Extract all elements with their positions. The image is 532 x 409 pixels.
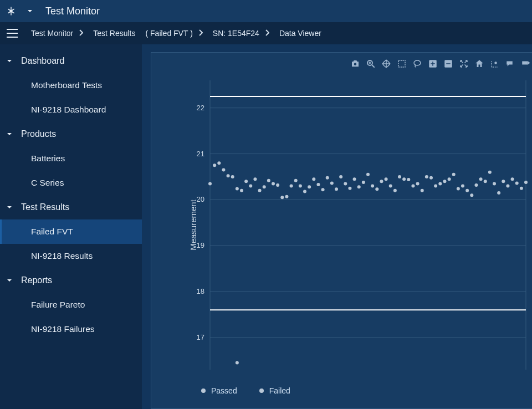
chevron-right-icon: [198, 29, 203, 38]
svg-point-16: [495, 62, 497, 64]
svg-point-75: [398, 175, 401, 178]
legend-label: Passed: [211, 386, 237, 395]
svg-point-58: [321, 188, 325, 191]
legend-item-passed[interactable]: Passed: [201, 386, 237, 395]
svg-point-63: [344, 182, 347, 185]
sidebar-item-failure-pareto[interactable]: Failure Pareto: [0, 293, 142, 317]
svg-point-102: [520, 187, 523, 190]
svg-point-77: [407, 178, 410, 181]
svg-point-91: [470, 193, 473, 197]
svg-point-40: [240, 189, 243, 192]
svg-point-62: [339, 175, 342, 178]
svg-point-73: [389, 185, 392, 188]
svg-point-50: [285, 195, 288, 198]
breadcrumb-bar: Test MonitorTest Results( Failed FVT )SN…: [0, 22, 532, 44]
breadcrumb-item[interactable]: ( Failed FVT ): [146, 29, 193, 38]
svg-point-33: [208, 182, 212, 185]
svg-point-51: [290, 185, 293, 188]
svg-point-53: [299, 185, 302, 188]
svg-point-88: [457, 187, 460, 191]
sidebar-item-ni-9218-results[interactable]: NI-9218 Results: [0, 244, 142, 268]
legend-dot-icon: [259, 388, 264, 393]
sidebar: DashboardMotherboard TestsNI-9218 Dashbo…: [0, 44, 142, 409]
app-icon[interactable]: [4, 4, 18, 18]
svg-point-61: [335, 187, 338, 191]
menu-icon[interactable]: [4, 25, 20, 41]
tag-icon[interactable]: [520, 58, 531, 69]
svg-point-70: [375, 187, 378, 191]
scatter-chart[interactable]: 171819202122: [190, 75, 531, 375]
svg-point-69: [371, 185, 374, 188]
svg-point-67: [362, 181, 365, 184]
svg-point-10: [414, 60, 421, 65]
zoom-icon[interactable]: [365, 58, 376, 69]
autoscale-icon[interactable]: [458, 58, 469, 69]
svg-rect-3: [7, 37, 18, 38]
svg-point-84: [438, 182, 442, 185]
reset-icon[interactable]: [474, 58, 485, 69]
caret-down-icon: [6, 278, 13, 283]
camera-icon[interactable]: [350, 58, 361, 69]
sidebar-item-ni-9218-dashboard[interactable]: NI-9218 Dashboard: [0, 98, 142, 122]
content-area: Measurement 171819202122 Passed Failed: [142, 44, 532, 409]
sidebar-group-label: Products: [21, 129, 56, 139]
sidebar-group-products[interactable]: Products: [0, 122, 142, 146]
svg-point-36: [222, 168, 225, 172]
svg-point-54: [303, 190, 306, 193]
breadcrumb-item[interactable]: Test Monitor: [31, 29, 73, 38]
pan-icon[interactable]: [381, 58, 392, 69]
chevron-right-icon: [79, 29, 83, 38]
svg-rect-1: [7, 29, 18, 30]
sidebar-item-motherboard-tests[interactable]: Motherboard Tests: [0, 73, 142, 98]
svg-point-52: [294, 179, 298, 182]
svg-point-45: [263, 185, 266, 188]
svg-point-103: [524, 181, 528, 184]
svg-rect-2: [7, 33, 18, 34]
chart-panel: Measurement 171819202122 Passed Failed: [151, 52, 532, 409]
sidebar-group-test-results[interactable]: Test Results: [0, 195, 142, 219]
caret-down-icon: [6, 58, 13, 64]
sidebar-item-c-series[interactable]: C Series: [0, 171, 142, 195]
breadcrumb-item[interactable]: Data Viewer: [279, 29, 321, 38]
svg-point-72: [385, 177, 388, 181]
svg-point-93: [479, 177, 483, 181]
zoom-out-icon[interactable]: [443, 58, 454, 69]
hover-icon[interactable]: [505, 58, 516, 69]
breadcrumb-item[interactable]: SN: 1E54F24: [213, 29, 259, 38]
svg-point-71: [380, 180, 383, 183]
svg-point-39: [236, 187, 239, 191]
app-menu-caret-icon[interactable]: [23, 4, 37, 18]
sidebar-group-dashboard[interactable]: Dashboard: [0, 49, 142, 73]
svg-point-87: [452, 173, 456, 176]
svg-point-66: [357, 185, 361, 188]
svg-point-34: [213, 163, 216, 167]
legend-dot-icon: [201, 388, 206, 393]
svg-point-47: [272, 182, 275, 185]
svg-rect-13: [431, 63, 435, 64]
svg-point-4: [354, 63, 357, 66]
svg-text:21: 21: [197, 150, 204, 158]
sidebar-item-failed-fvt[interactable]: Failed FVT: [0, 219, 142, 244]
svg-point-64: [348, 187, 351, 190]
breadcrumb-item[interactable]: Test Results: [93, 29, 135, 38]
lasso-icon[interactable]: [412, 58, 423, 69]
svg-point-60: [330, 182, 334, 185]
legend-item-failed[interactable]: Failed: [259, 386, 290, 395]
svg-point-35: [217, 161, 221, 165]
sidebar-item-batteries[interactable]: Batteries: [0, 146, 142, 171]
svg-point-41: [244, 180, 248, 183]
zoom-in-icon[interactable]: [427, 58, 438, 69]
spike-icon[interactable]: [489, 58, 500, 69]
caret-down-icon: [6, 204, 13, 210]
svg-point-96: [493, 182, 496, 185]
sidebar-item-ni-9218-failures[interactable]: NI-9218 Failures: [0, 317, 142, 341]
caret-down-icon: [6, 131, 13, 137]
breadcrumb: Test MonitorTest Results( Failed FVT )SN…: [31, 29, 321, 38]
svg-point-99: [506, 185, 509, 188]
sidebar-group-reports[interactable]: Reports: [0, 268, 142, 293]
svg-point-59: [326, 176, 329, 180]
svg-point-86: [448, 177, 451, 181]
box-select-icon[interactable]: [396, 58, 407, 69]
svg-rect-9: [398, 60, 405, 67]
svg-point-89: [461, 185, 464, 188]
